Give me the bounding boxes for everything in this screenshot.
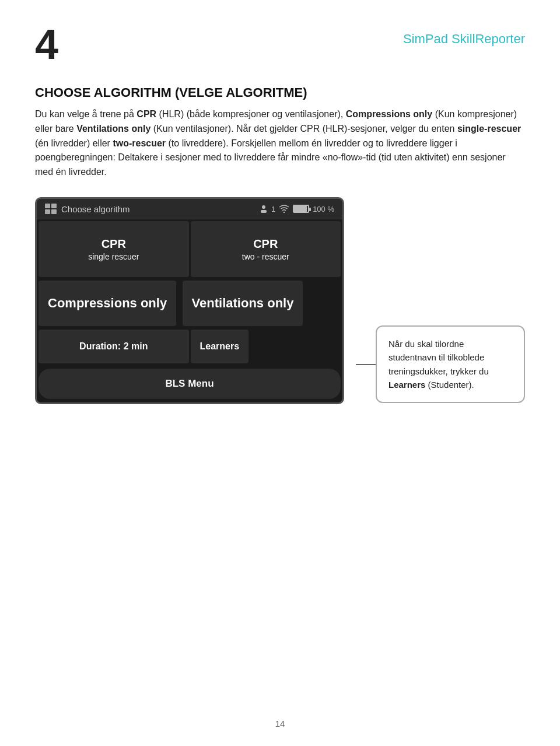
cpr-buttons-row: CPR single rescuer CPR two - rescuer xyxy=(37,219,342,279)
battery-icon xyxy=(293,205,309,213)
duration-label: Duration: 2 min xyxy=(79,341,148,351)
learners-button[interactable]: Learners xyxy=(191,330,249,363)
callout-text-after: (Studenter). xyxy=(425,380,474,390)
svg-rect-5 xyxy=(261,210,267,213)
cpr-two-rescuer-button[interactable]: CPR two - rescuer xyxy=(191,221,341,277)
wifi-icon xyxy=(279,205,289,213)
ventilations-only-button[interactable]: Ventilations only xyxy=(183,281,303,326)
ventilations-only-label: Ventilations only xyxy=(192,296,294,310)
page-footer: 14 xyxy=(0,719,560,729)
status-number: 1 xyxy=(271,205,275,213)
footer-page-number: 14 xyxy=(275,719,285,729)
brand-title: SimPad SkillReporter xyxy=(403,31,525,47)
device-header-bar: Choose algorithm 1 xyxy=(37,199,342,219)
callout-connector: Når du skal tilordne studentnavn til til… xyxy=(356,325,525,403)
duration-button[interactable]: Duration: 2 min xyxy=(38,330,189,363)
cpr-two-label: CPR xyxy=(253,237,278,250)
page-header: 4 SimPad SkillReporter xyxy=(35,23,525,65)
compressions-only-label: Compressions only xyxy=(48,296,167,310)
callout-bold-word: Learners xyxy=(388,380,425,390)
person-icon xyxy=(260,205,268,213)
callout-text-before: Når du skal tilordne studentnavn til til… xyxy=(388,339,489,376)
svg-rect-1 xyxy=(51,204,57,208)
svg-rect-3 xyxy=(51,209,57,214)
device-area: Choose algorithm 1 xyxy=(35,197,525,404)
section-title: CHOOSE ALGORITHM (VELGE ALGORITME) xyxy=(35,83,525,103)
cpr-two-sub: two - rescuer xyxy=(200,251,332,262)
svg-point-6 xyxy=(284,212,285,213)
svg-rect-0 xyxy=(45,204,50,208)
svg-point-4 xyxy=(262,205,265,209)
cpr-single-rescuer-button[interactable]: CPR single rescuer xyxy=(38,221,189,277)
cpr-single-label: CPR xyxy=(102,237,126,250)
callout-area: Når du skal tilordne studentnavn til til… xyxy=(344,197,525,403)
compressions-only-button[interactable]: Compressions only xyxy=(38,281,176,326)
callout-box: Når du skal tilordne studentnavn til til… xyxy=(376,325,525,403)
device-screen: Choose algorithm 1 xyxy=(35,197,344,404)
battery-percent: 100 % xyxy=(313,205,334,213)
bls-menu-button[interactable]: BLS Menu xyxy=(38,369,341,399)
device-header-left: Choose algorithm xyxy=(45,204,130,214)
body-text-block: CHOOSE ALGORITHM (VELGE ALGORITME) Du ka… xyxy=(35,83,525,180)
duration-learners-row: Duration: 2 min Learners xyxy=(37,328,342,365)
device-screen-title: Choose algorithm xyxy=(61,204,130,214)
grid-icon xyxy=(45,204,58,214)
page-number: 4 xyxy=(35,23,58,65)
learners-label: Learners xyxy=(200,341,240,351)
svg-rect-2 xyxy=(45,209,50,214)
device-status-bar: 1 100 % xyxy=(260,205,334,213)
body-paragraph: Du kan velge å trene på CPR (HLR) (både … xyxy=(35,109,521,177)
bls-menu-label: BLS Menu xyxy=(165,378,214,389)
cpr-single-sub: single rescuer xyxy=(48,251,180,262)
